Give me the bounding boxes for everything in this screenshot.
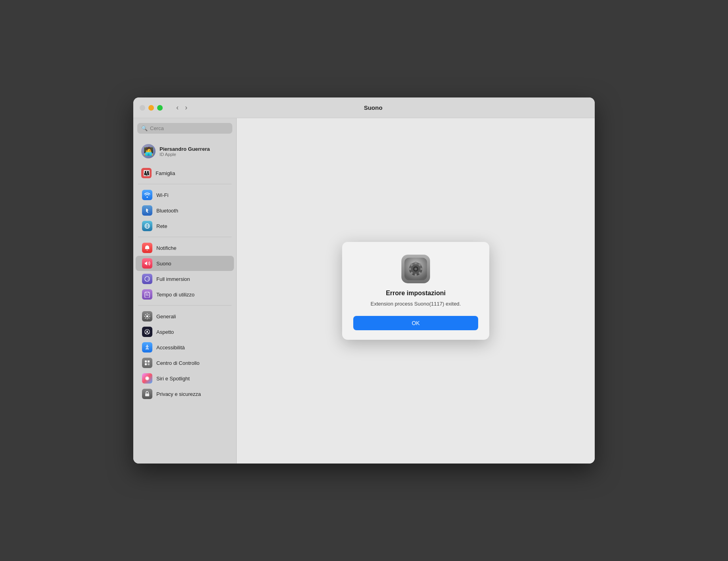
accessibilita-label: Accessibilità: [156, 345, 185, 351]
search-input[interactable]: [150, 125, 228, 131]
sidebar-item-wifi[interactable]: Wi-Fi: [136, 187, 234, 203]
window-title: Suono: [190, 104, 557, 111]
wifi-icon: [142, 190, 152, 200]
traffic-lights: [140, 105, 163, 111]
error-dialog: Errore impostazioni Extension process Su…: [342, 242, 489, 340]
svg-point-5: [146, 316, 148, 318]
dialog-message: Extension process Suono(1117) exited.: [371, 300, 461, 308]
svg-rect-21: [415, 262, 417, 265]
main-panel: Errore impostazioni Extension process Su…: [237, 118, 595, 464]
suono-icon: [142, 258, 152, 269]
svg-rect-10: [148, 360, 150, 362]
svg-rect-12: [148, 363, 150, 365]
user-name: Piersandro Guerrera: [160, 146, 210, 152]
user-subtitle: ID Apple: [160, 152, 210, 157]
svg-point-7: [146, 331, 148, 332]
svg-rect-27: [409, 268, 411, 270]
search-box[interactable]: 🔍: [137, 123, 232, 134]
sidebar-section-system: Generali Aspetto: [133, 309, 236, 401]
dialog-app-icon: [401, 255, 430, 283]
dialog-ok-button[interactable]: OK: [353, 316, 478, 330]
svg-point-8: [147, 345, 148, 346]
user-profile-item[interactable]: 🧑‍💻 Piersandro Guerrera ID Apple: [138, 142, 232, 161]
sidebar-item-famiglia[interactable]: 👨‍👩‍👧 Famiglia: [138, 166, 232, 181]
notifiche-icon: [142, 243, 152, 253]
sidebar-scroll-area: 🧑‍💻 Piersandro Guerrera ID Apple 👨‍👩‍👧 F…: [133, 138, 236, 464]
generali-icon: [142, 311, 152, 321]
sidebar-item-notifiche[interactable]: Notifiche: [136, 240, 234, 255]
siri-spotlight-label: Siri e Spotlight: [156, 376, 190, 382]
forward-button[interactable]: ›: [183, 102, 190, 113]
search-icon: 🔍: [141, 125, 148, 131]
svg-point-14: [146, 377, 148, 380]
dialog-title: Errore impostazioni: [386, 290, 446, 297]
sidebar-divider-3: [138, 305, 232, 306]
svg-rect-4: [145, 292, 150, 298]
avatar: 🧑‍💻: [141, 144, 156, 158]
svg-rect-15: [145, 393, 149, 396]
svg-point-20: [415, 268, 417, 271]
sidebar-section-notifications: Notifiche Suono: [133, 240, 236, 302]
sidebar-item-aspetto[interactable]: Aspetto: [136, 324, 234, 339]
dialog-overlay: Errore impostazioni Extension process Su…: [237, 118, 595, 464]
sidebar-item-privacy[interactable]: Privacy e sicurezza: [136, 386, 234, 401]
sidebar-item-generali[interactable]: Generali: [136, 309, 234, 324]
sidebar-divider-2: [138, 237, 232, 237]
sidebar-item-siri-spotlight[interactable]: Siri e Spotlight: [136, 371, 234, 386]
svg-rect-11: [145, 363, 147, 365]
svg-rect-25: [415, 274, 417, 277]
close-button[interactable]: [140, 105, 145, 111]
nav-buttons: ‹ ›: [174, 102, 190, 113]
tempo-icon: [142, 289, 152, 300]
rete-label: Rete: [156, 223, 167, 229]
user-section: 🧑‍💻 Piersandro Guerrera ID Apple: [133, 138, 236, 164]
full-immersion-icon: [142, 274, 152, 284]
bluetooth-label: Bluetooth: [156, 208, 178, 214]
titlebar: ‹ › Suono: [133, 97, 595, 118]
notifiche-label: Notifiche: [156, 245, 177, 251]
maximize-button[interactable]: [157, 105, 163, 111]
sidebar-item-suono[interactable]: Suono: [136, 256, 234, 271]
aspetto-label: Aspetto: [156, 329, 174, 335]
content-area: 🔍 🧑‍💻 Piersandro Guerrera ID Apple: [133, 118, 595, 464]
svg-rect-9: [145, 360, 147, 362]
sidebar-item-full-immersion[interactable]: Full immersion: [136, 271, 234, 286]
sidebar-item-rete[interactable]: Rete: [136, 218, 234, 234]
privacy-label: Privacy e sicurezza: [156, 391, 201, 397]
famiglia-label: Famiglia: [156, 170, 175, 176]
suono-label: Suono: [156, 261, 171, 267]
privacy-icon: [142, 389, 152, 399]
sidebar-section-network: Wi-Fi Bluetooth: [133, 187, 236, 234]
tempo-label: Tempo di utilizzo: [156, 292, 195, 298]
sidebar-divider-1: [138, 184, 232, 184]
rete-icon: [142, 221, 152, 231]
main-window: ‹ › Suono 🔍 🧑‍💻 Pier: [133, 97, 595, 464]
svg-rect-23: [420, 268, 423, 270]
wifi-label: Wi-Fi: [156, 192, 168, 198]
full-immersion-label: Full immersion: [156, 276, 190, 282]
minimize-button[interactable]: [148, 105, 154, 111]
centro-controllo-label: Centro di Controllo: [156, 360, 199, 366]
avatar-emoji: 🧑‍💻: [144, 146, 154, 156]
famiglia-icon: 👨‍👩‍👧: [141, 168, 152, 178]
sidebar-item-centro-controllo[interactable]: Centro di Controllo: [136, 355, 234, 370]
sidebar-item-bluetooth[interactable]: Bluetooth: [136, 203, 234, 218]
generali-label: Generali: [156, 314, 176, 319]
aspetto-icon: [142, 327, 152, 337]
centro-controllo-icon: [142, 358, 152, 368]
back-button[interactable]: ‹: [174, 102, 181, 113]
sidebar-item-accessibilita[interactable]: Accessibilità: [136, 340, 234, 355]
siri-spotlight-icon: [142, 373, 152, 384]
sidebar: 🔍 🧑‍💻 Piersandro Guerrera ID Apple: [133, 118, 237, 464]
user-info: Piersandro Guerrera ID Apple: [160, 146, 210, 157]
bluetooth-icon: [142, 205, 152, 216]
accessibilita-icon: [142, 342, 152, 353]
sidebar-item-tempo[interactable]: Tempo di utilizzo: [136, 287, 234, 302]
